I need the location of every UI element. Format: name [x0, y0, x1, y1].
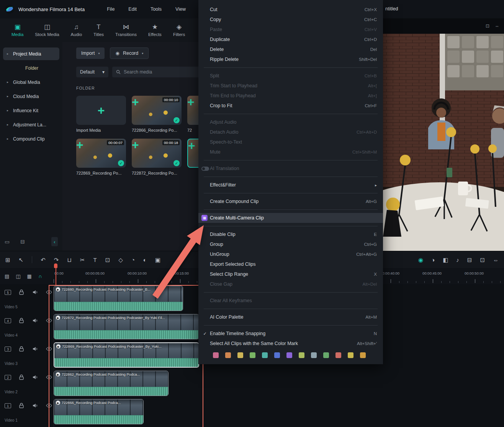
- color-correction-icon[interactable]: ◑: [431, 257, 435, 263]
- menu-edit[interactable]: Edit: [128, 7, 137, 12]
- color-mark-swatch[interactable]: [225, 352, 231, 358]
- menu-view[interactable]: View: [175, 7, 186, 12]
- text-tool-icon[interactable]: T: [93, 257, 97, 263]
- menu-item-group[interactable]: Group Ctrl+G: [198, 239, 383, 249]
- media-thumbnail[interactable]: 00:00:10 722866_Recording Po...: [132, 96, 182, 133]
- menu-item-effect-filter[interactable]: Effect&Filter: [198, 180, 383, 190]
- menu-item-select-clip-range[interactable]: Select Clip Range X: [198, 269, 383, 279]
- audio-mixer-icon[interactable]: ⊟: [467, 257, 472, 263]
- menu-file[interactable]: File: [107, 7, 115, 12]
- color-mark-swatch[interactable]: [348, 352, 353, 358]
- mute-track-icon[interactable]: [32, 374, 38, 380]
- menu-item-close-gap[interactable]: Close Gap Alt+Del: [198, 279, 383, 289]
- sidebar-item-influence-kit[interactable]: ▸ Influence Kit: [3, 104, 59, 117]
- menu-item-delete[interactable]: Delete Del: [198, 44, 383, 54]
- timeline-clip[interactable]: 722869_Recording Podcast Podcasting Podc…: [54, 342, 199, 368]
- mute-track-icon[interactable]: [32, 402, 38, 409]
- delete-icon[interactable]: ⊔: [67, 257, 72, 263]
- timeline-clip[interactable]: 722862_Recording Podcast Podcasting Podc…: [54, 371, 169, 396]
- hide-track-icon[interactable]: [46, 317, 52, 324]
- lock-track-icon[interactable]: [18, 317, 25, 324]
- redo-icon[interactable]: ↷: [54, 257, 59, 263]
- add-track-icon[interactable]: ◫: [16, 273, 20, 279]
- menu-item-create-compound-clip[interactable]: Create Compound Clip Alt+G: [198, 196, 383, 206]
- sidebar-item-folder[interactable]: ▸ Folder: [3, 62, 59, 74]
- layout-grid-icon[interactable]: ⊞: [5, 257, 10, 263]
- color-mark-swatch[interactable]: [299, 352, 304, 358]
- media-thumbnail[interactable]: Import Media: [76, 96, 126, 133]
- hide-track-icon[interactable]: [46, 402, 52, 409]
- menu-item-cut[interactable]: Cut Ctrl+X: [198, 5, 383, 15]
- sidebar-item-global-media[interactable]: ▸ Global Media: [3, 76, 59, 88]
- speed-icon[interactable]: ◔: [131, 257, 135, 263]
- color-mark-swatch[interactable]: [323, 352, 329, 358]
- sidebar-item-cloud-media[interactable]: ▸ Cloud Media: [3, 90, 59, 103]
- color-mark-swatch[interactable]: [250, 352, 255, 358]
- snapshot-icon[interactable]: ⊡: [480, 257, 485, 263]
- chroma-key-icon[interactable]: ◉: [418, 257, 423, 263]
- color-mark-swatch[interactable]: [213, 352, 219, 358]
- expand-timeline-icon[interactable]: ⇔: [493, 257, 499, 263]
- color-icon[interactable]: ◐: [143, 257, 147, 263]
- menu-item-mute[interactable]: Mute Ctrl+Shift+M: [198, 147, 383, 157]
- record-button[interactable]: ◉ Record ▾: [110, 47, 149, 59]
- hide-track-icon[interactable]: [46, 346, 52, 352]
- select-tool-icon[interactable]: ↖: [19, 257, 24, 263]
- track-number-badge[interactable]: 5: [5, 290, 11, 295]
- menu-item-select-all-clips-with-the-same-color-mark[interactable]: Select All Clips with the Same Color Mar…: [198, 339, 383, 348]
- sidebar-item-compound-clip[interactable]: ▸ Compound Clip: [3, 133, 59, 145]
- menu-item-detach-audio[interactable]: Detach Audio Ctrl+Alt+D: [198, 127, 383, 137]
- lock-track-icon[interactable]: [18, 374, 25, 380]
- menu-item-ai-translation[interactable]: AI Translation: [198, 164, 383, 173]
- split-scissors-icon[interactable]: ✂: [80, 257, 85, 263]
- menu-item-trim-end-to-playhead[interactable]: Trim End to Playhead Alt+]: [198, 91, 383, 101]
- menu-item-ripple-delete[interactable]: Ripple Delete Shift+Del: [198, 54, 383, 64]
- menu-item-paste[interactable]: Paste Ctrl+V: [198, 25, 383, 34]
- menu-item-clear-all-keyframes[interactable]: Clear All Keyframes: [198, 296, 383, 306]
- mask-icon[interactable]: ◧: [443, 257, 448, 263]
- color-mark-swatch[interactable]: [311, 352, 317, 358]
- import-button[interactable]: Import ▾: [76, 47, 105, 59]
- menu-item-ungroup[interactable]: UnGroup Ctrl+Alt+G: [198, 249, 383, 259]
- menu-item-ai-color-palette[interactable]: AI Color Palette Alt+M: [198, 312, 383, 322]
- tab-effects[interactable]: ★ Effects: [148, 24, 162, 37]
- menu-item-crop-to-fit[interactable]: Crop to Fit Ctrl+F: [198, 101, 383, 111]
- preview-settings-icon[interactable]: ⊡: [486, 23, 489, 29]
- undo-icon[interactable]: ↶: [41, 257, 46, 263]
- new-folder-icon[interactable]: ▭: [5, 239, 10, 245]
- menu-item-speech-to-text[interactable]: Speech-to-Text: [198, 137, 383, 147]
- hide-track-icon[interactable]: [46, 289, 52, 295]
- track-number-badge[interactable]: 3: [5, 347, 11, 352]
- tab-filters[interactable]: ◈ Filters: [173, 24, 185, 37]
- color-mark-swatch[interactable]: [360, 352, 366, 358]
- menu-item-create-multi-camera-clip[interactable]: Create Multi-Camera Clip: [198, 213, 383, 223]
- sidebar-item-adjustment-la[interactable]: ▸ Adjustment La...: [3, 118, 59, 131]
- crop-icon[interactable]: ⊡: [105, 257, 110, 263]
- mute-track-icon[interactable]: [32, 289, 38, 295]
- track-number-badge[interactable]: 4: [5, 318, 11, 323]
- color-mark-swatch[interactable]: [274, 352, 280, 358]
- tab-stock-media[interactable]: ◫ Stock Media: [35, 24, 59, 37]
- tab-audio[interactable]: ♫ Audio: [71, 24, 82, 37]
- tab-media[interactable]: ▣ Media: [11, 24, 23, 37]
- tab-titles[interactable]: T Titles: [93, 24, 104, 37]
- lock-track-icon[interactable]: [18, 402, 25, 409]
- menu-item-disable-clip[interactable]: Disable Clip E: [198, 229, 383, 239]
- tab-transitions[interactable]: ⋈ Transitions: [115, 24, 137, 37]
- keyframe-icon[interactable]: ◇: [118, 257, 123, 263]
- snapping-magnet-icon[interactable]: ∩: [38, 273, 42, 279]
- color-mark-swatch[interactable]: [335, 352, 341, 358]
- track-number-badge[interactable]: 1: [5, 403, 11, 408]
- menu-item-export-selected-clips[interactable]: Export Selected Clips: [198, 259, 383, 269]
- menu-item-trim-start-to-playhead[interactable]: Trim Start to Playhead Alt+[: [198, 81, 383, 91]
- menu-tools[interactable]: Tools: [151, 7, 162, 12]
- menu-item-enable-timeline-snapping[interactable]: Enable Timeline Snapping N: [198, 329, 383, 339]
- menu-item-duplicate[interactable]: Duplicate Ctrl+D: [198, 34, 383, 44]
- preview-fullscreen-icon[interactable]: ⇔: [495, 23, 499, 29]
- mute-track-icon[interactable]: [32, 346, 38, 352]
- render-preview-icon[interactable]: ▦: [27, 273, 32, 279]
- menu-item-split[interactable]: Split Ctrl+B: [198, 71, 383, 81]
- timeline-clip[interactable]: 722866_Recording Podcast Podca...: [54, 399, 144, 424]
- collapse-panel-icon[interactable]: ‹: [51, 237, 58, 246]
- color-mark-swatch[interactable]: [262, 352, 268, 358]
